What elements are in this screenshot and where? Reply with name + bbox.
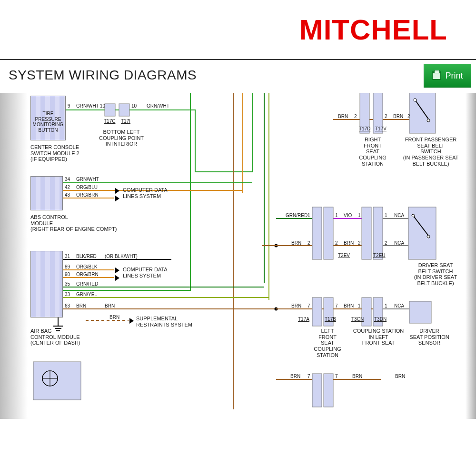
wire-label: ORG/BLU xyxy=(76,185,98,190)
brand-bar: MITCHELL xyxy=(0,0,476,57)
pin-label: 35 xyxy=(65,281,70,287)
wire-label: GRN/YEL xyxy=(76,292,97,298)
airbag-module-label: AIR BAGCONTROL MODULE(CENTER OF DASH) xyxy=(30,328,107,346)
wire-label: BRN xyxy=(76,303,86,309)
pin-label: 90 xyxy=(65,272,70,278)
pin-label: 7 xyxy=(307,374,310,379)
coupling-station-lf-label: COUPLING STATIONIN LEFTFRONT SEAT xyxy=(352,328,405,346)
computer-data-lines-label-1: COMPUTER DATALINES SYSTEM xyxy=(123,187,180,199)
left-front-seat-coupling-label: LEFTFRONTSEATCOUPLINGSTATION xyxy=(308,328,347,358)
pin-label: 2 xyxy=(307,240,310,246)
pin-label: 2 xyxy=(335,240,338,246)
pin-label: 10 xyxy=(131,103,137,109)
connector-label: T3DN xyxy=(374,317,387,322)
svg-rect-37 xyxy=(373,207,383,259)
page-title: SYSTEM WIRING DIAGRAMS xyxy=(9,68,197,83)
right-front-seat-coupling-label: RIGHTFRONTSEATCOUPLINGSTATION xyxy=(356,137,389,167)
abs-module-block xyxy=(30,176,63,210)
airbag-module-block xyxy=(30,251,63,317)
svg-point-27 xyxy=(427,119,430,122)
wire-label: BRN xyxy=(290,374,300,379)
wire-label: BRN xyxy=(109,315,119,320)
wire-label: GRN/WHT xyxy=(147,103,169,109)
center-console-label: CENTER CONSOLESWITCH MODULE 2(IF EQUIPPE… xyxy=(30,144,92,162)
connector-label: T17A xyxy=(298,317,309,322)
connector-label: T3CN xyxy=(351,317,364,322)
wire-label: BRN xyxy=(352,374,362,379)
title-bar: SYSTEM WIRING DIAGRAMS Print xyxy=(0,59,476,92)
wire-label: BLK/RED xyxy=(76,254,97,259)
wire-label: BRN xyxy=(338,114,348,119)
pin-label: 1 xyxy=(358,303,361,309)
wire-label: ORG/BLK xyxy=(76,264,97,270)
wire-label: (OR BLK/WHT) xyxy=(105,254,138,259)
svg-point-26 xyxy=(414,99,416,101)
pin-label: 63 xyxy=(65,303,70,309)
wire-label: BRN xyxy=(393,114,403,119)
pin-label: 89 xyxy=(65,264,70,270)
page-shadow-left xyxy=(0,93,28,419)
pin-label: 7 xyxy=(335,303,338,309)
pin-label: 1 xyxy=(358,213,361,218)
arrow-icon xyxy=(115,268,119,273)
brand-logo: MITCHELL xyxy=(299,13,447,46)
print-button[interactable]: Print xyxy=(424,64,471,88)
pin-label: 1 xyxy=(335,213,338,218)
tire-pressure-button-label: TIRE PRESSUREMONITORINGBUTTON xyxy=(32,111,64,133)
wire-label: GRN/RED xyxy=(76,281,98,287)
connector-label: T17D xyxy=(359,126,370,132)
pin-label: 31 xyxy=(65,254,70,259)
pin-label: 42 xyxy=(65,185,70,190)
svg-point-41 xyxy=(427,235,430,238)
connector-label: T17C xyxy=(104,119,115,124)
wire-label: GRN/WHT xyxy=(76,103,99,109)
svg-point-40 xyxy=(412,214,415,217)
wire-label: BRN xyxy=(344,303,354,309)
wire-label: BRN xyxy=(291,303,301,309)
wire-label: NCA xyxy=(394,213,404,218)
wire-label: VIO xyxy=(344,213,352,218)
pin-label: 2 xyxy=(385,240,387,246)
page-shadow-right xyxy=(466,93,476,419)
pin-label: 34 xyxy=(65,177,70,182)
diagram-canvas[interactable]: TIRE PRESSUREMONITORINGBUTTON CENTER CON… xyxy=(0,93,476,419)
connector-label: T17B xyxy=(325,317,336,322)
wire-label: NCA xyxy=(394,240,404,246)
wire-label: GRN/RED xyxy=(286,213,307,218)
connector-label: T2EV xyxy=(338,253,350,258)
svg-rect-51 xyxy=(324,374,333,407)
wire-label: BRN xyxy=(395,374,405,379)
wire-label: BRN xyxy=(344,240,354,246)
svg-rect-45 xyxy=(312,298,322,326)
wire-label: BRN xyxy=(291,240,301,246)
arrow-icon xyxy=(115,275,119,281)
front-passenger-belt-switch-label: FRONT PASSENGERSEAT BELTSWITCH(IN PASSEN… xyxy=(395,137,466,167)
wire-label: BRN xyxy=(105,303,115,309)
pin-label: 7 xyxy=(307,303,310,309)
wire-label: ORG/BRN xyxy=(76,192,99,198)
printer-icon xyxy=(432,71,441,80)
wire-label: ORG/BRN xyxy=(76,272,99,278)
abs-module-label: ABS CONTROLMODULE(RIGHT REAR OF ENGINE C… xyxy=(30,214,126,232)
pin-label: 7 xyxy=(335,374,338,379)
print-button-label: Print xyxy=(445,71,463,81)
bottom-left-coupling-label: BOTTOM LEFTCOUPLING POINTIN INTERIOR xyxy=(95,129,148,147)
driver-seat-position-label: DRIVERSEAT POSITIONSENSOR xyxy=(406,328,453,346)
connector-label: T17V xyxy=(375,126,387,132)
pin-label: 2 xyxy=(354,114,357,119)
wire-label: GRN/WHT xyxy=(76,177,99,182)
pin-label: 10 xyxy=(100,103,105,109)
supplemental-restraints-label: SUPPLEMENTALRESTRAINTS SYSTEM xyxy=(136,316,203,327)
pin-label: 33 xyxy=(65,292,70,298)
svg-rect-3 xyxy=(119,104,129,116)
pin-label: 43 xyxy=(65,192,70,198)
pin-label: 2 xyxy=(385,114,387,119)
computer-data-lines-label-2: COMPUTER DATALINES SYSTEM xyxy=(123,267,180,278)
svg-rect-49 xyxy=(409,301,431,323)
diagram-paper[interactable]: TIRE PRESSUREMONITORINGBUTTON CENTER CON… xyxy=(29,93,465,419)
arrow-icon xyxy=(129,318,134,324)
pin-label: 2 xyxy=(407,114,410,119)
pin-label: 1 xyxy=(385,303,387,309)
pin-label: 9 xyxy=(68,103,70,109)
svg-rect-36 xyxy=(362,207,371,259)
